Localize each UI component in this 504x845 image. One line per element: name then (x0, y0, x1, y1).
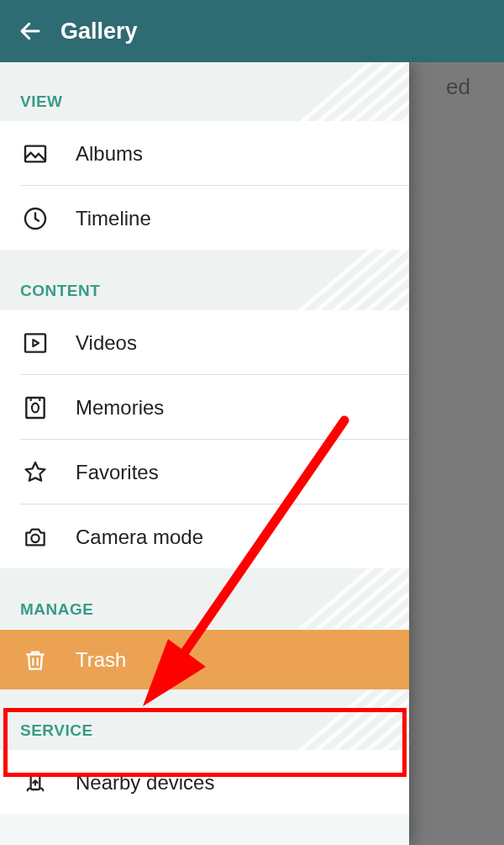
svg-line-14 (367, 250, 409, 310)
svg-line-27 (367, 568, 409, 629)
section-label: SERVICE (20, 721, 93, 740)
decorative-pattern-icon (249, 250, 409, 310)
clock-icon (20, 203, 50, 234)
svg-line-31 (283, 689, 401, 750)
svg-line-33 (317, 689, 409, 750)
drawer-item-videos[interactable]: Videos (0, 310, 409, 374)
svg-line-4 (350, 62, 409, 121)
item-label: Nearby devices (76, 771, 214, 795)
svg-point-21 (31, 534, 39, 541)
play-icon (20, 328, 50, 358)
svg-line-26 (350, 568, 409, 629)
svg-line-13 (350, 250, 409, 310)
svg-line-22 (283, 568, 401, 629)
drawer-item-memories[interactable]: Memories (0, 375, 409, 439)
svg-point-18 (32, 403, 39, 412)
section-label: VIEW (20, 92, 63, 111)
svg-line-34 (333, 689, 409, 750)
section-label: CONTENT (20, 282, 100, 300)
section-label: MANAGE (20, 600, 93, 619)
svg-line-35 (350, 689, 409, 750)
svg-line-32 (300, 689, 409, 750)
drawer-item-timeline[interactable]: Timeline (0, 186, 409, 250)
section-header-manage: MANAGE (0, 568, 409, 629)
camera-icon (20, 522, 50, 552)
header-title: Gallery (60, 18, 138, 45)
memories-icon (20, 393, 50, 423)
star-icon (20, 457, 50, 488)
svg-line-28 (384, 568, 409, 629)
section-header-view: VIEW (0, 62, 409, 121)
svg-line-36 (367, 689, 409, 750)
svg-line-15 (384, 250, 409, 310)
svg-line-12 (333, 250, 409, 310)
svg-line-11 (317, 250, 409, 310)
item-label: Trash (76, 648, 126, 672)
background-text-fragment: ed (446, 74, 470, 100)
svg-line-23 (300, 568, 409, 629)
drawer-item-trash[interactable]: Trash (0, 629, 409, 689)
svg-line-0 (283, 62, 401, 121)
drawer-item-nearby-devices[interactable]: Nearby devices (0, 750, 409, 814)
trash-icon (20, 645, 50, 675)
nearby-devices-icon (20, 768, 50, 798)
navigation-drawer: VIEW Albums Timeline CONTENT (0, 62, 409, 845)
app-header: Gallery (0, 0, 504, 62)
item-label: Timeline (76, 207, 151, 230)
svg-rect-7 (25, 145, 45, 161)
svg-line-2 (317, 62, 409, 121)
svg-rect-16 (25, 334, 45, 351)
drawer-item-camera-mode[interactable]: Camera mode (0, 504, 409, 568)
svg-line-24 (317, 568, 409, 629)
picture-icon (20, 139, 50, 169)
back-arrow-icon[interactable] (12, 13, 49, 50)
decorative-pattern-icon (249, 62, 409, 121)
item-label: Videos (76, 331, 137, 355)
svg-line-5 (367, 62, 409, 121)
svg-line-37 (384, 689, 409, 750)
svg-rect-17 (26, 398, 44, 418)
item-label: Memories (76, 396, 164, 420)
svg-line-10 (300, 250, 409, 310)
decorative-pattern-icon (249, 568, 409, 629)
drawer-item-favorites[interactable]: Favorites (0, 440, 409, 504)
section-header-content: CONTENT (0, 250, 409, 310)
drawer-item-albums[interactable]: Albums (0, 121, 409, 185)
item-label: Albums (76, 142, 143, 166)
item-label: Favorites (76, 461, 159, 484)
decorative-pattern-icon (249, 689, 409, 750)
svg-line-9 (283, 250, 401, 310)
item-label: Camera mode (76, 525, 203, 549)
svg-line-6 (384, 62, 409, 121)
section-header-service: SERVICE (0, 689, 409, 750)
svg-line-25 (333, 568, 409, 629)
svg-line-3 (333, 62, 409, 121)
svg-line-1 (300, 62, 409, 121)
